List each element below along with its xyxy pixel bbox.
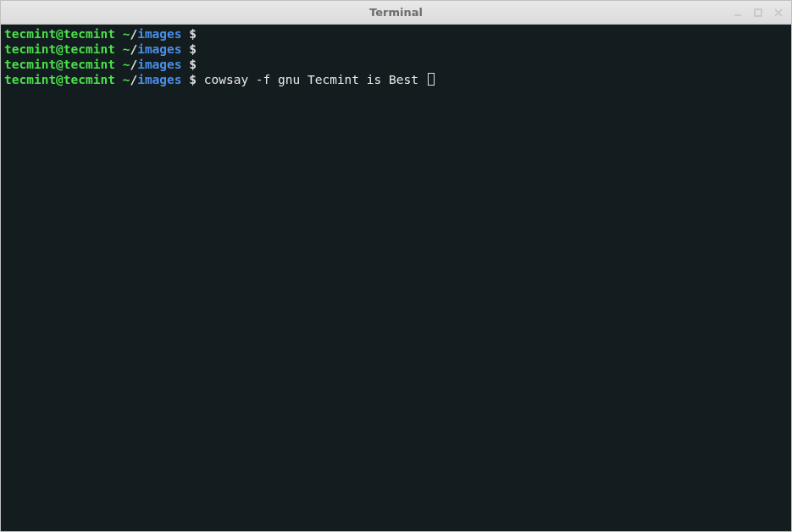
prompt-slash: / — [130, 73, 137, 86]
terminal-window: Terminal tecmint@tecmint ~/images $ tecm… — [0, 0, 792, 532]
prompt-dollar: $ — [182, 73, 204, 86]
prompt-dir: images — [137, 27, 181, 41]
terminal-line: tecmint@tecmint ~/images $ cowsay -f gnu… — [4, 72, 788, 87]
prompt-user: tecmint@tecmint — [4, 58, 115, 71]
titlebar[interactable]: Terminal — [1, 1, 791, 25]
prompt-tilde: ~ — [115, 58, 130, 71]
cursor — [428, 73, 435, 86]
prompt-tilde: ~ — [115, 73, 130, 86]
prompt-dollar: $ — [182, 42, 204, 56]
maximize-icon — [753, 8, 763, 18]
terminal-line: tecmint@tecmint ~/images $ — [4, 26, 788, 42]
window-title: Terminal — [369, 6, 423, 19]
minimize-icon — [733, 8, 743, 18]
prompt-dir: images — [137, 73, 181, 86]
prompt-dollar: $ — [182, 27, 204, 41]
prompt-slash: / — [130, 58, 137, 71]
maximize-button[interactable] — [750, 5, 766, 20]
svg-rect-1 — [755, 9, 762, 16]
prompt-dollar: $ — [182, 58, 204, 71]
prompt-user: tecmint@tecmint — [4, 42, 115, 56]
prompt-dir: images — [137, 58, 181, 71]
prompt-dir: images — [137, 42, 181, 56]
prompt-tilde: ~ — [115, 27, 130, 41]
prompt-tilde: ~ — [115, 42, 130, 56]
terminal-line: tecmint@tecmint ~/images $ — [4, 57, 788, 72]
prompt-slash: / — [130, 27, 137, 41]
terminal-line: tecmint@tecmint ~/images $ — [4, 42, 788, 57]
close-icon — [773, 8, 784, 18]
prompt-slash: / — [130, 42, 137, 56]
window-controls — [730, 1, 786, 25]
command-text: cowsay -f gnu Tecmint is Best — [204, 73, 426, 86]
close-button[interactable] — [771, 5, 786, 20]
prompt-user: tecmint@tecmint — [4, 27, 115, 41]
prompt-user: tecmint@tecmint — [4, 73, 115, 86]
minimize-button[interactable] — [730, 5, 745, 20]
terminal-body[interactable]: tecmint@tecmint ~/images $ tecmint@tecmi… — [1, 25, 791, 531]
